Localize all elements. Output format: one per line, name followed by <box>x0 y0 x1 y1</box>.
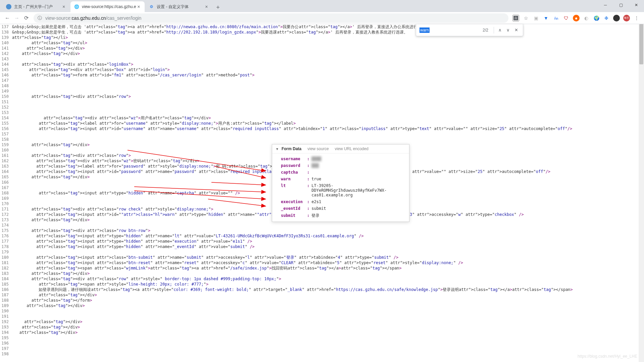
tab-0[interactable]: 主页 - 广州大学--门户 × <box>3 1 70 12</box>
tab-2[interactable]: ⚙ 设置 - 自定义字体 × <box>145 1 212 12</box>
formdata-key: password <box>281 163 307 168</box>
formdata-key: _eventId <box>281 206 307 211</box>
ext-icon-snow[interactable]: ❉ <box>603 15 610 21</box>
formdata-row: username:████ <box>272 156 409 162</box>
maximize-button[interactable]: ▢ <box>613 0 629 10</box>
formdata-value: true <box>311 177 321 181</box>
find-count: 2/2 <box>483 28 488 33</box>
tab-title: 设置 - 自定义字体 <box>157 4 204 10</box>
minimize-button[interactable]: ─ <box>598 0 613 10</box>
ext-icon-orange[interactable]: ● <box>573 15 580 21</box>
formdata-key: execution <box>281 199 307 204</box>
back-button[interactable]: ← <box>3 13 12 23</box>
ext-icon-1[interactable]: ▣ <box>533 15 539 21</box>
formdata-value: 登录 <box>311 213 319 219</box>
find-next-button[interactable]: ∨ <box>504 26 512 34</box>
formdata-row: execution:e2s1 <box>272 198 409 205</box>
formdata-row: warn:true <box>272 176 409 182</box>
vertical-scrollbar[interactable] <box>639 24 644 362</box>
find-prev-button[interactable]: ∧ <box>496 26 504 34</box>
find-input[interactable]: warn <box>419 27 430 33</box>
tab-1-active[interactable]: 🌐 view-source:https://cas.gzhu.e × <box>70 1 145 12</box>
tab-title: view-source:https://cas.gzhu.e <box>82 4 136 9</box>
url-prefix: view-source: <box>45 15 72 21</box>
formdata-key: warn <box>281 177 307 181</box>
gtranslate-icon[interactable]: 🗛 <box>553 15 559 21</box>
find-bar: warn 2/2 ∧ ∨ ✕ <box>416 24 523 36</box>
caret-down-icon[interactable]: ▼ <box>276 147 279 151</box>
favicon-icon <box>6 4 11 9</box>
window-controls: ─ ▢ ✕ <box>598 0 644 10</box>
ext-icon-2[interactable]: ▼ <box>543 15 549 21</box>
formdata-row: _eventId:submit <box>272 205 409 212</box>
line-number-gutter: 1371381391401411421431441451461471481491… <box>0 24 11 357</box>
formdata-row: lt:LT-39205-DDYeROMHSgrIhduwusz0AyfKeFv7… <box>272 182 409 198</box>
close-icon[interactable]: × <box>204 4 209 9</box>
toolbar: ← → ⟳ ⓘ view-source:cas.gzhu.edu.cn/cas_… <box>0 12 644 24</box>
watermark: https://blog.csdn.net/Hyl_ee_LHE <box>578 354 637 359</box>
close-window-button[interactable]: ✕ <box>629 0 644 10</box>
extension-icons: 🅰 ☆ ▣ ▼ 🗛 🛡 ● ◐ 🌍 ❉ 海艺 ⋮ <box>511 15 641 21</box>
formdata-row: password:███ <box>272 162 409 169</box>
formdata-key: submit <box>281 213 307 218</box>
translate-ext-icon[interactable]: 🅰 <box>512 15 519 21</box>
forward-button[interactable]: → <box>12 13 21 23</box>
devtools-formdata-panel: ▼ Form Data view source view URL encoded… <box>272 144 409 222</box>
new-tab-button[interactable]: + <box>213 3 222 12</box>
menu-icon[interactable]: ⋮ <box>633 15 640 21</box>
separator <box>494 27 494 34</box>
formdata-value: ███ <box>311 163 319 168</box>
close-icon[interactable]: × <box>61 4 66 9</box>
ext-icon-grey[interactable]: ◐ <box>583 15 590 21</box>
formdata-key: username <box>281 157 307 161</box>
formdata-key: captcha <box>281 170 307 175</box>
formdata-value: submit <box>311 206 326 211</box>
devpanel-header: ▼ Form Data view source view URL encoded <box>272 144 409 154</box>
ublock-icon[interactable]: 🛡 <box>563 15 569 21</box>
formdata-key: lt <box>281 183 307 188</box>
close-icon[interactable]: × <box>136 4 141 9</box>
url-host: cas.gzhu.edu.cn <box>72 15 106 21</box>
formdata-row: captcha: <box>272 169 409 176</box>
ext-icon-globe[interactable]: 🌍 <box>593 15 600 21</box>
find-close-button[interactable]: ✕ <box>512 26 520 34</box>
star-icon[interactable]: ☆ <box>523 15 529 21</box>
tab-strip: 主页 - 广州大学--门户 × 🌐 view-source:https://ca… <box>0 0 644 12</box>
formdata-value: LT-39205-DDYeROMHSgrIhduwusz0AyfKeFv7WX-… <box>311 183 406 197</box>
avatar-icon[interactable]: 海艺 <box>623 15 630 21</box>
devpanel-body: username:████password:███captcha:warn:tr… <box>272 154 409 222</box>
formdata-tab[interactable]: Form Data <box>282 146 301 151</box>
url-path: /cas_server/login <box>106 15 142 21</box>
formdata-row: submit:登录 <box>272 212 409 220</box>
formdata-value: ████ <box>311 157 321 161</box>
viewsource-tab[interactable]: view source <box>307 146 329 151</box>
address-bar[interactable]: ⓘ view-source:cas.gzhu.edu.cn/cas_server… <box>34 13 508 23</box>
scrollbar-thumb[interactable] <box>639 24 643 64</box>
reload-button[interactable]: ⟳ <box>21 13 31 23</box>
gear-icon: ⚙ <box>149 4 154 9</box>
globe-icon: 🌐 <box>74 4 79 9</box>
site-info-icon[interactable]: ⓘ <box>38 15 42 21</box>
viewurl-tab[interactable]: view URL encoded <box>335 146 368 151</box>
tab-title: 主页 - 广州大学--门户 <box>14 4 61 10</box>
ext-icon-dark[interactable] <box>613 15 620 21</box>
formdata-value: e2s1 <box>311 199 321 204</box>
